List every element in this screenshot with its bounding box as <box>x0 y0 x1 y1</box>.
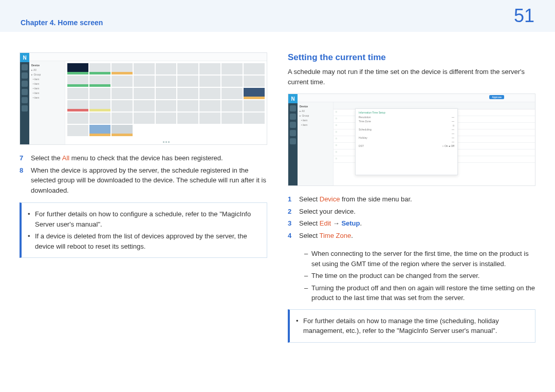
mock-sidebar: N <box>20 53 29 144</box>
nav-heading: Device <box>300 104 331 109</box>
sidebar-icon <box>22 81 28 87</box>
sidebar-icon <box>290 105 296 111</box>
right-ordered-list: 1 Select Device from the side menu bar. … <box>288 193 535 241</box>
page-content: N Device ▸ All▸ Group • item • item • it… <box>0 32 555 353</box>
step-3: 3 Select Edit → Setup. <box>288 217 535 230</box>
step-number: 8 <box>20 165 26 196</box>
page-number: 51 <box>514 5 534 27</box>
mock-sidebar: N <box>288 94 298 185</box>
mock-topbar <box>29 53 267 61</box>
text: menu to check that the device has been r… <box>69 154 223 162</box>
dash-item: The time on the product can be changed f… <box>304 270 535 282</box>
sidebar-icon <box>290 114 296 120</box>
accent-text: Edit <box>320 219 331 227</box>
text: from the side menu bar. <box>340 195 412 203</box>
screenshot-time-settings: N Approve Device ▸ All▸ Group • item • i… <box>288 94 535 186</box>
step-text: Select the All menu to check that the de… <box>31 153 223 163</box>
sidebar-icon <box>22 89 28 95</box>
step-number: 7 <box>20 153 26 163</box>
sidebar-icon <box>290 138 296 144</box>
right-column: Setting the current time A schedule may … <box>288 52 535 343</box>
dash-item: When connecting to the server for the fi… <box>304 248 535 270</box>
accent-link-text: Setup <box>341 219 360 227</box>
text: Select <box>299 195 320 203</box>
sidebar-icon <box>22 105 28 111</box>
section-paragraph: A schedule may not run if the time set o… <box>288 67 535 87</box>
step-number: 3 <box>288 218 294 229</box>
step-4: 4 Select Time Zone. <box>288 230 535 242</box>
text: . <box>360 219 362 227</box>
text: Select <box>299 219 320 227</box>
right-note-box: For further details on how to manage the… <box>288 309 535 343</box>
step-2: 2 Select your device. <box>288 206 535 218</box>
chapter-label: Chapter 4. Home screen <box>21 18 103 27</box>
arrow: → <box>331 219 341 227</box>
screenshot-device-grid: N Device ▸ All▸ Group • item • item • it… <box>20 52 267 145</box>
left-note-box: For further details on how to configure … <box>20 202 267 258</box>
left-ordered-list: 7 Select the All menu to check that the … <box>20 152 267 196</box>
step-8: 8 When the device is approved by the ser… <box>20 164 267 197</box>
logo-icon: N <box>20 53 29 62</box>
text: . <box>351 232 353 239</box>
note-item: For further details on how to manage the… <box>296 315 528 337</box>
text: Select <box>299 232 320 239</box>
step-text: When the device is approved by the serve… <box>31 165 267 196</box>
mock-nav-tree: Device ▸ All▸ Group • item • item <box>298 102 334 185</box>
step-text: Select your device. <box>299 207 356 217</box>
right-dash-list: When connecting to the server for the fi… <box>288 248 535 304</box>
accent-text: Device <box>320 195 340 203</box>
left-column: N Device ▸ All▸ Group • item • item • it… <box>20 52 267 343</box>
mock-setup-panel: Information Time Setup Resolution— Time … <box>355 108 458 175</box>
mock-pager <box>65 139 267 144</box>
accent-text: All <box>62 154 69 162</box>
approve-button-mock: Approve <box>489 95 504 99</box>
sidebar-icon <box>22 97 28 103</box>
mock-thumbnails <box>65 61 267 139</box>
panel-tabs: Information Time Setup <box>359 111 454 114</box>
mock-nav-tree: Device ▸ All▸ Group • item • item • item… <box>29 61 65 144</box>
text: Select the <box>31 154 62 162</box>
sidebar-icon <box>290 122 296 128</box>
dash-item: Turning the product off and then on agai… <box>304 282 535 304</box>
note-item: If a device is deleted from the list of … <box>28 230 260 252</box>
nav-heading: Device <box>31 63 63 68</box>
section-heading: Setting the current time <box>288 52 535 63</box>
step-text: Select Edit → Setup. <box>299 218 362 229</box>
sidebar-icon <box>290 130 296 136</box>
time-zone-label: Time Zone <box>359 120 371 123</box>
page-header: Chapter 4. Home screen 51 <box>0 0 555 32</box>
step-7: 7 Select the All menu to check that the … <box>20 152 267 164</box>
sidebar-icon <box>22 72 28 79</box>
mock-topbar: Approve <box>298 94 535 102</box>
step-number: 2 <box>288 207 294 217</box>
step-number: 4 <box>288 231 294 241</box>
step-text: Select Time Zone. <box>299 231 353 241</box>
accent-text: Time Zone <box>320 232 351 239</box>
note-item: For further details on how to configure … <box>28 208 260 230</box>
sidebar-icon <box>22 64 28 70</box>
step-text: Select Device from the side menu bar. <box>299 194 412 204</box>
logo-icon: N <box>288 94 298 103</box>
step-1: 1 Select Device from the side menu bar. <box>288 193 535 206</box>
step-number: 1 <box>288 194 294 204</box>
